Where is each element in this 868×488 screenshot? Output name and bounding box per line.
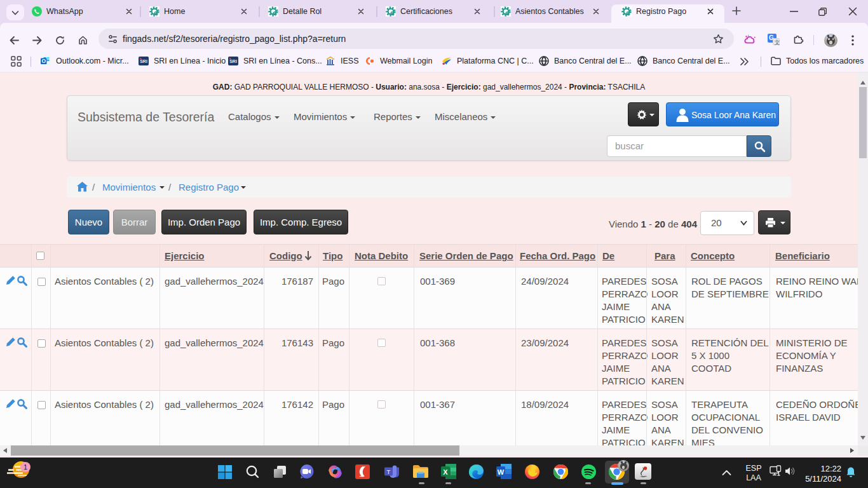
svg-text:O: O (41, 58, 46, 64)
svg-text:W: W (498, 468, 505, 476)
svg-text:SRI: SRI (140, 59, 147, 64)
svg-text:X: X (443, 468, 448, 476)
svg-text:SRI: SRI (229, 59, 237, 64)
svg-text:T: T (387, 468, 391, 475)
